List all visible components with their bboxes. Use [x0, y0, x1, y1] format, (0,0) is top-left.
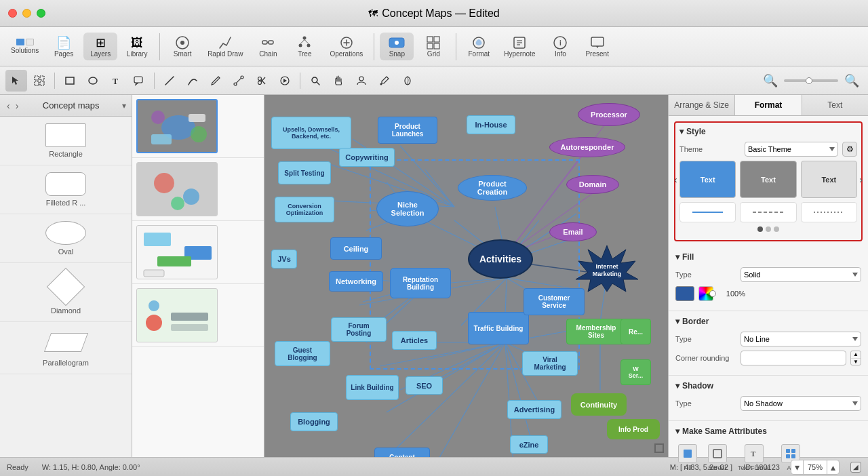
corner-rounding-input[interactable]: 0 in [741, 351, 846, 365]
close-button[interactable] [8, 9, 17, 18]
svg-point-53 [171, 197, 184, 210]
toolbar-format[interactable]: Format [462, 33, 496, 60]
text-tool[interactable]: T [105, 70, 127, 92]
tab-arrange-size[interactable]: Arrange & Size [669, 95, 735, 115]
zoom-in-button[interactable]: 🔍 [841, 70, 863, 92]
toolbar-snap[interactable]: Snap [380, 33, 414, 60]
nav-prev[interactable]: ‹ [5, 99, 12, 113]
shape-fillet-rect[interactable]: Filleted R ... [0, 165, 132, 214]
resize-handle[interactable] [654, 443, 664, 453]
corner-step-down[interactable]: ▼ [851, 359, 861, 365]
zoom-decrease-button[interactable]: ▾ [791, 460, 804, 474]
maximize-button[interactable] [37, 9, 45, 18]
style-next-button[interactable]: › [859, 174, 863, 185]
border-type-label: Type [675, 335, 736, 343]
tab-format[interactable]: Format [735, 95, 802, 115]
search-tool[interactable] [304, 70, 326, 92]
oval-tool[interactable] [82, 70, 104, 92]
callout-tool[interactable] [128, 70, 150, 92]
present-label: Present [585, 50, 608, 58]
toolbar-tree[interactable]: Tree [288, 33, 321, 60]
toolbar-library[interactable]: 🖼 Library [120, 33, 154, 60]
theme-settings-button[interactable]: ⚙ [842, 142, 857, 157]
style-card-3[interactable]: Text [801, 161, 857, 198]
theme-select[interactable]: Basic Theme [745, 142, 838, 157]
fill-type-select[interactable]: Solid [741, 267, 861, 282]
toolbar-operations[interactable]: Operations [324, 33, 368, 60]
multi-select-tool[interactable] [28, 70, 50, 92]
style-card-1[interactable]: Text [679, 161, 736, 198]
toolbar-layers[interactable]: ⊞ Layers [83, 33, 117, 60]
zoom-slider[interactable] [784, 79, 838, 82]
line-tool[interactable] [159, 70, 180, 92]
fill-toggle-icon[interactable]: ▾ [675, 252, 679, 262]
svg-rect-119 [791, 454, 795, 458]
page-thumbnail-3[interactable] [132, 221, 264, 284]
toolbar-info[interactable]: i Info [543, 33, 577, 60]
connection-tool[interactable] [228, 70, 250, 92]
shape-rectangle[interactable]: Rectangle [0, 117, 132, 165]
zoom-increase-button[interactable]: ▴ [827, 460, 839, 474]
svg-rect-57 [144, 270, 164, 277]
fill-color-row: 100% [675, 286, 861, 301]
shadow-toggle-icon[interactable]: ▾ [675, 381, 679, 391]
nav-chevron-icon[interactable]: ▾ [122, 101, 126, 111]
fill-section-title: ▾ Fill [675, 252, 861, 262]
shape-parallelogram[interactable]: Parallelogram [0, 322, 132, 374]
curved-line-tool[interactable] [182, 70, 203, 92]
nav-next[interactable]: › [14, 99, 20, 113]
fillet-rect-preview [45, 172, 86, 196]
make-same-toggle-icon[interactable]: ▾ [675, 427, 679, 436]
shape-diamond[interactable]: Diamond [0, 263, 132, 322]
toolbar-present[interactable]: Present [580, 33, 614, 60]
border-type-select[interactable]: No Line [741, 332, 861, 346]
status-coordinates: M: [ 4.83, 5.2e-02 ] [670, 463, 732, 471]
page-thumbnail-1[interactable] [132, 95, 264, 158]
style-card-2[interactable]: Text [740, 161, 796, 198]
eyedropper-tool[interactable] [374, 70, 395, 92]
toolbar-solutions[interactable]: Solutions [5, 36, 44, 57]
user-tool[interactable] [351, 70, 372, 92]
thumbnail-img-3 [136, 225, 218, 279]
border-toggle-icon[interactable]: ▾ [675, 317, 679, 326]
grid-label: Grid [427, 50, 440, 58]
resize-corner-handle[interactable]: ◢ [850, 462, 861, 473]
line-solid-card[interactable] [679, 202, 736, 222]
toolbar-hypernote[interactable]: Hypernote [498, 33, 540, 60]
corner-step-up[interactable]: ▲ [851, 351, 861, 359]
line-dashed-card[interactable] [740, 202, 796, 222]
shape-oval[interactable]: Oval [0, 214, 132, 263]
rectangle-preview [45, 123, 86, 147]
toolbar-rapid-draw[interactable]: Rapid Draw [202, 33, 248, 60]
info-label: Info [555, 50, 566, 58]
rectangle-tool[interactable] [59, 70, 81, 92]
line-dotted-card[interactable] [801, 202, 857, 222]
sep2 [374, 33, 374, 60]
action-tool[interactable] [274, 70, 296, 92]
scissors-tool[interactable] [251, 70, 273, 92]
select-tool[interactable] [5, 70, 27, 92]
toolbar-pages[interactable]: 📄 Pages [47, 33, 81, 60]
fill-color-swatch[interactable] [675, 286, 694, 301]
theme-label: Theme [679, 145, 741, 153]
style-tool[interactable] [397, 70, 418, 92]
toolbar-smart[interactable]: Smart [165, 33, 199, 60]
toolbar-grid[interactable]: Grid [416, 33, 450, 60]
style-toggle-icon[interactable]: ▾ [679, 127, 684, 136]
svg-text:T: T [751, 450, 756, 458]
tab-text[interactable]: Text [802, 95, 868, 115]
hand-tool[interactable] [328, 70, 349, 92]
pen-tool[interactable] [205, 70, 226, 92]
minimize-button[interactable] [22, 9, 31, 18]
shadow-type-select[interactable]: No Shadow [741, 396, 861, 411]
canvas-area[interactable]: Product Launches Upsells, Downsells, Bac… [264, 95, 668, 457]
toolbar-chain[interactable]: Chain [251, 33, 285, 60]
zoom-out-button[interactable]: 🔍 [760, 70, 781, 92]
corner-stepper[interactable]: ▲ ▼ [850, 351, 861, 365]
page-thumbnail-2[interactable] [132, 158, 264, 221]
style-prev-button[interactable]: ‹ [674, 174, 677, 185]
svg-line-36 [236, 78, 241, 83]
page-thumbnail-4[interactable] [132, 284, 264, 347]
hypernote-label: Hypernote [504, 50, 535, 58]
svg-line-79 [383, 342, 505, 457]
